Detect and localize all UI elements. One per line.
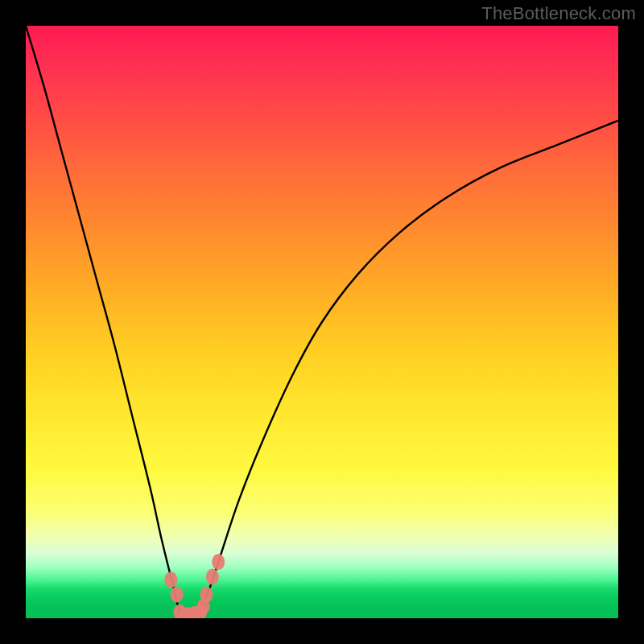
optimum-marker <box>200 587 213 603</box>
optimum-marker <box>212 554 225 570</box>
plot-area <box>26 26 618 618</box>
curve-layer <box>26 26 618 618</box>
bottleneck-curve <box>26 26 618 618</box>
optimum-marker <box>206 568 219 584</box>
chart-frame: TheBottleneck.com <box>0 0 644 644</box>
watermark-text: TheBottleneck.com <box>481 3 636 24</box>
optimum-marker <box>164 572 177 588</box>
optimum-marker-cluster <box>164 554 225 618</box>
optimum-marker <box>171 587 184 603</box>
